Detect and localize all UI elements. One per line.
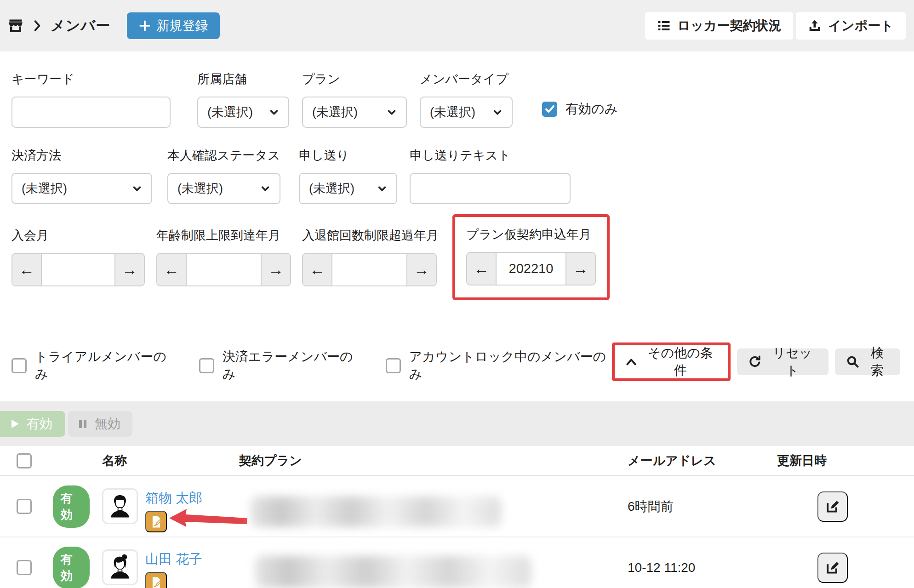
bulk-disable-button[interactable]: 無効: [68, 411, 132, 437]
active-only-checkbox[interactable]: [542, 102, 557, 117]
select-all-checkbox[interactable]: [17, 453, 32, 468]
play-icon: [9, 418, 20, 429]
handover-label: 申し送り: [299, 147, 397, 164]
member-type-select[interactable]: (未選択): [420, 97, 513, 128]
chevron-right-icon: [32, 20, 42, 32]
trial-only-checkbox[interactable]: [11, 358, 27, 373]
join-month-label: 入会月: [11, 227, 145, 244]
next-month-button[interactable]: →: [261, 254, 290, 285]
column-header-name: 名称: [90, 452, 227, 469]
prev-month-button[interactable]: ←: [12, 254, 42, 285]
upload-icon: [808, 19, 822, 33]
identity-status-select[interactable]: (未選択): [167, 173, 280, 204]
plan-provisional-month-label: プラン仮契約申込年月: [466, 226, 596, 243]
plus-icon: [139, 20, 151, 32]
chevron-down-icon: [132, 183, 142, 194]
bulk-action-bar: 有効 無効: [0, 401, 914, 446]
entry-limit-month-group: ← →: [302, 253, 437, 286]
payment-error-only-checkbox[interactable]: [199, 358, 214, 373]
handover-text-input[interactable]: [410, 173, 571, 204]
member-name-link[interactable]: 山田 花子: [145, 550, 202, 569]
entry-limit-month-input[interactable]: [332, 254, 406, 285]
identity-status-label: 本人確認ステータス: [167, 147, 280, 164]
payment-method-label: 決済方法: [11, 147, 152, 164]
active-only-label: 有効のみ: [566, 100, 617, 118]
table-row: 有効 山田 花子: [0, 537, 914, 588]
document-pencil-icon: [149, 576, 163, 588]
check-icon: [544, 103, 555, 114]
reset-button[interactable]: リセット: [737, 348, 828, 375]
store-select[interactable]: (未選択): [197, 97, 289, 128]
payment-error-only-option[interactable]: 決済エラーメンバーのみ: [199, 348, 361, 383]
plan-select[interactable]: (未選択): [302, 97, 407, 128]
join-month-group: ← →: [11, 253, 145, 286]
annotation-highlight-box: その他の条件: [612, 343, 731, 381]
next-month-button[interactable]: →: [406, 254, 436, 285]
prev-month-button[interactable]: ←: [467, 253, 497, 285]
account-locked-only-checkbox[interactable]: [386, 358, 401, 373]
keyword-input[interactable]: [11, 97, 171, 128]
status-badge: 有効: [53, 485, 90, 528]
bulk-enable-button[interactable]: 有効: [0, 411, 65, 437]
avatar-male: [102, 488, 138, 524]
import-button[interactable]: インポート: [796, 12, 906, 40]
age-limit-month-input[interactable]: [187, 254, 261, 285]
store-icon[interactable]: [7, 17, 24, 34]
plan-provisional-month-input[interactable]: [497, 253, 566, 285]
page-title: メンバー: [51, 16, 110, 35]
row-checkbox[interactable]: [17, 499, 32, 514]
store-label: 所属店舗: [197, 71, 289, 87]
edit-row-button[interactable]: [817, 491, 848, 522]
new-registration-button[interactable]: 新規登録: [127, 12, 220, 39]
next-month-button[interactable]: →: [566, 253, 595, 285]
edit-pencil-square-icon: [825, 499, 840, 514]
chevron-down-icon: [269, 107, 279, 117]
members-table: 名称 契約プラン メールアドレス 更新日時 有効 箱物 太郎: [0, 446, 914, 588]
table-header-row: 名称 契約プラン メールアドレス 更新日時: [0, 446, 914, 476]
trial-only-option[interactable]: トライアルメンバーのみ: [11, 348, 174, 383]
pause-icon: [77, 418, 88, 429]
member-name-link[interactable]: 箱物 太郎: [145, 489, 202, 508]
updated-at: 10-12 11:20: [615, 560, 765, 575]
other-conditions-button[interactable]: その他の条件: [619, 349, 724, 375]
next-month-button[interactable]: →: [114, 254, 144, 285]
updated-at: 6時間前: [615, 498, 765, 515]
keyword-label: キーワード: [11, 71, 171, 87]
chevron-down-icon: [377, 183, 387, 194]
row-checkbox[interactable]: [17, 560, 32, 575]
prev-month-button[interactable]: ←: [157, 254, 187, 285]
member-type-label: メンバータイプ: [420, 71, 513, 87]
plan-provisional-month-group: ← →: [466, 252, 596, 285]
member-note-button[interactable]: [145, 511, 167, 532]
age-limit-month-group: ← →: [156, 253, 291, 286]
chevron-down-icon: [260, 183, 270, 194]
account-locked-only-option[interactable]: アカウントロック中のメンバーのみ: [386, 348, 612, 383]
redacted-plan-blur: [255, 556, 531, 588]
column-header-updated: 更新日時: [765, 452, 914, 469]
annotation-highlight-box: プラン仮契約申込年月 ← →: [452, 214, 610, 300]
member-note-button[interactable]: [145, 572, 167, 588]
handover-text-label: 申し送りテキスト: [410, 147, 571, 164]
chevron-down-icon: [492, 107, 503, 117]
top-bar: メンバー 新規登録 ロッカー契約状況 インポート: [0, 0, 914, 51]
payment-method-select[interactable]: (未選択): [11, 173, 152, 204]
column-header-email: メールアドレス: [615, 452, 765, 469]
edit-row-button[interactable]: [817, 553, 848, 583]
search-button[interactable]: 検索: [835, 348, 900, 375]
handover-select[interactable]: (未選択): [299, 173, 397, 204]
chevron-up-icon: [625, 357, 637, 367]
join-month-input[interactable]: [42, 254, 114, 285]
column-header-plan: 契約プラン: [227, 452, 615, 469]
edit-pencil-square-icon: [825, 560, 840, 576]
age-limit-month-label: 年齢制限上限到達年月: [156, 227, 291, 244]
plan-label: プラン: [302, 71, 407, 87]
locker-status-button[interactable]: ロッカー契約状況: [645, 12, 793, 40]
redacted-plan-blur: [251, 497, 501, 527]
chevron-down-icon: [387, 107, 397, 117]
search-icon: [846, 355, 860, 369]
filter-panel: キーワード 所属店舗 (未選択) プラン (未選択) メンバータイプ (未選択): [0, 51, 914, 401]
avatar-female: [102, 549, 138, 585]
table-row: 有効 箱物 太郎: [0, 476, 914, 537]
prev-month-button[interactable]: ←: [303, 254, 332, 285]
refresh-icon: [748, 355, 762, 369]
